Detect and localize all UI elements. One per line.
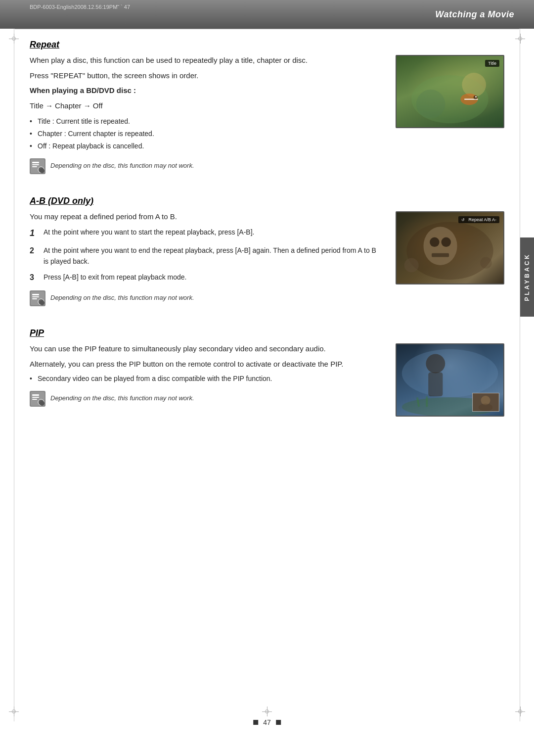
svg-point-20 [423, 227, 457, 265]
svg-point-30 [38, 399, 44, 405]
svg-point-24 [404, 258, 419, 272]
repeat-arrow-sequence: Title → Chapter → Off [30, 100, 381, 112]
crosshair-bottom-right [515, 707, 525, 716]
pip-text: You can use the PIP feature to simultane… [30, 343, 381, 417]
svg-point-22 [441, 237, 450, 247]
ab-intro: You may repeat a defined period from A t… [30, 211, 381, 223]
repeat-note-text: Depending on the disc, this function may… [50, 158, 194, 171]
ab-step-0-num: 1 [30, 227, 40, 240]
repeat-note-box: ! Depending on the disc, this function m… [30, 156, 381, 176]
svg-point-21 [430, 237, 439, 247]
pip-screen-container [396, 343, 504, 417]
sidebar-playback-tab: PLAYBACK [520, 237, 534, 317]
ab-title: A-B (DVD only) [30, 196, 504, 206]
svg-text:!: ! [41, 300, 42, 305]
ab-step-2-text: Press [A-B] to exit from repeat playback… [44, 272, 381, 283]
svg-point-33 [426, 354, 445, 374]
svg-text:!: ! [41, 401, 42, 405]
section-repeat: Repeat When play a disc, this function c… [30, 40, 504, 181]
svg-point-7 [462, 73, 486, 97]
ab-osd: ↺ Repeat A/B A- [458, 216, 499, 223]
svg-point-8 [416, 90, 445, 118]
main-content: Repeat When play a disc, this function c… [30, 40, 504, 707]
pip-note-box: ! Depending on the disc, this function m… [30, 389, 381, 409]
repeat-bullet-0: Title : Current title is repeated. [30, 116, 381, 127]
svg-point-12 [475, 96, 477, 97]
svg-rect-37 [426, 396, 428, 407]
repeat-text: When play a disc, this function can be u… [30, 55, 381, 181]
crosshair-top-right [515, 34, 525, 44]
header-title: Watching a Movie [435, 9, 514, 20]
ab-step-0: 1 At the point where you want to start t… [30, 227, 381, 240]
ab-step-0-text: At the point where you want to start the… [44, 227, 381, 237]
page-number-text: 47 [263, 718, 271, 726]
crosshair-bottom-center [262, 707, 272, 716]
svg-rect-3 [32, 166, 37, 167]
repeat-screen: Title [396, 55, 504, 128]
pip-screen [396, 343, 504, 417]
svg-point-4 [38, 167, 44, 173]
repeat-bullet-list: Title : Current title is repeated. Chapt… [30, 116, 381, 151]
svg-rect-28 [32, 397, 39, 398]
pip-note-icon: ! [30, 391, 45, 407]
ab-step-1-text: At the point where you want to end the r… [44, 245, 381, 267]
ab-note-box: ! Depending on the disc, this function m… [30, 288, 381, 308]
svg-text:!: ! [41, 168, 42, 173]
repeat-title: Repeat [30, 40, 504, 50]
svg-rect-14 [32, 294, 39, 295]
ab-step-1: 2 At the point where you want to end the… [30, 245, 381, 267]
header-bar: BDP-6003-English2008.12.56:19PM˜ ` 47 Wa… [0, 0, 534, 29]
ab-step-2: 3 Press [A-B] to exit from repeat playba… [30, 272, 381, 284]
repeat-body: When play a disc, this function can be u… [30, 55, 504, 181]
pip-bullet-list: Secondary video can be played from a dis… [30, 374, 381, 384]
pip-note-text: Depending on the disc, this function may… [50, 391, 194, 403]
pip-inset-screen [472, 393, 499, 412]
repeat-when-label: When playing a BD/DVD disc : [30, 85, 381, 96]
ab-note-text: Depending on the disc, this function may… [50, 290, 194, 303]
crosshair-bottom-left [9, 707, 19, 716]
repeat-bullet-2: Off : Repeat playback is cancelled. [30, 141, 381, 151]
border-left [14, 29, 14, 721]
pip-title: PIP [30, 328, 504, 338]
ab-osd-label: Repeat A/B A- [468, 217, 496, 222]
border-top [15, 29, 519, 29]
ab-step-2-num: 3 [30, 272, 40, 284]
pip-inset-svg [473, 393, 499, 411]
section-pip: PIP You can use the PIP feature to simul… [30, 328, 504, 417]
header-meta: BDP-6003-English2008.12.56:19PM˜ ` 47 [30, 4, 130, 10]
ab-note-icon: ! [30, 290, 45, 306]
svg-point-41 [479, 404, 492, 411]
pip-bullet-0: Secondary video can be played from a dis… [30, 374, 381, 384]
svg-rect-16 [32, 298, 37, 299]
svg-point-32 [402, 349, 498, 397]
pip-intro: You can use the PIP feature to simultane… [30, 343, 381, 355]
pip-intro2: Alternately, you can press the PIP butto… [30, 359, 381, 370]
page-square-right [276, 720, 281, 725]
svg-point-25 [480, 257, 491, 268]
repeat-intro: When play a disc, this function can be u… [30, 55, 381, 66]
page-number-container: 47 [253, 718, 281, 726]
section-ab: A-B (DVD only) You may repeat a defined … [30, 196, 504, 313]
crosshair-top-left [9, 34, 19, 44]
svg-rect-34 [428, 373, 443, 397]
page-square-left [253, 720, 258, 725]
repeat-bullet-1: Chapter : Current chapter is repeated. [30, 129, 381, 139]
sidebar-label: PLAYBACK [524, 253, 531, 301]
svg-rect-23 [432, 253, 449, 257]
repeat-screen-container: Title [396, 55, 504, 181]
ab-step-1-num: 2 [30, 245, 40, 257]
repeat-osd: Title [485, 60, 499, 67]
svg-rect-27 [32, 394, 39, 396]
pip-body: You can use the PIP feature to simultane… [30, 343, 504, 417]
repeat-osd-label: Title [488, 61, 496, 66]
ab-body: You may repeat a defined period from A t… [30, 211, 504, 313]
ab-text: You may repeat a defined period from A t… [30, 211, 381, 313]
svg-rect-15 [32, 296, 39, 297]
svg-point-40 [481, 396, 490, 405]
ab-screen-container: ↺ Repeat A/B A- [396, 211, 504, 313]
svg-rect-2 [32, 164, 39, 165]
ab-osd-repeat-icon: ↺ [461, 218, 465, 222]
ab-screen: ↺ Repeat A/B A- [396, 211, 504, 284]
border-right [520, 29, 520, 721]
repeat-intro2: Press "REPEAT" button, the screen shows … [30, 70, 381, 82]
